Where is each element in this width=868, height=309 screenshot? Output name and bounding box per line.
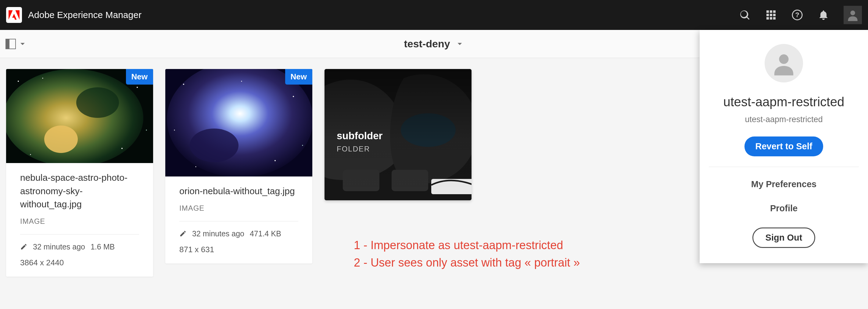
svg-point-21 bbox=[146, 130, 147, 131]
folder-type-label: FOLDER bbox=[337, 145, 382, 153]
asset-dimensions: 871 x 631 bbox=[179, 245, 298, 254]
adobe-logo-icon[interactable] bbox=[6, 7, 22, 23]
my-preferences-link[interactable]: My Preferences bbox=[751, 179, 816, 189]
annotation-overlay: 1 - Impersonate as utest-aapm-restricted… bbox=[354, 236, 580, 272]
svg-rect-0 bbox=[767, 10, 769, 13]
svg-point-28 bbox=[275, 160, 276, 161]
svg-rect-7 bbox=[770, 17, 772, 20]
new-badge: New bbox=[285, 69, 312, 85]
folder-card[interactable]: subfolder FOLDER bbox=[324, 69, 471, 200]
asset-card[interactable]: New orion-nebula-without_tag.jpg IMAGE 3… bbox=[165, 69, 312, 263]
svg-point-25 bbox=[190, 129, 239, 162]
svg-point-16 bbox=[76, 87, 119, 118]
pencil-icon bbox=[179, 230, 187, 237]
global-header: Adobe Experience Manager ? bbox=[0, 0, 868, 30]
popover-display-name: utest-aapm-restricted bbox=[723, 95, 844, 109]
asset-filename: nebula-space-astro-photo-astronomy-sky-w… bbox=[20, 171, 139, 211]
header-right: ? bbox=[739, 6, 862, 24]
asset-size: 1.6 MB bbox=[91, 243, 115, 251]
svg-point-38 bbox=[779, 54, 788, 64]
breadcrumb[interactable]: test-deny bbox=[404, 38, 464, 50]
svg-rect-5 bbox=[773, 14, 776, 16]
asset-card-body: orion-nebula-without_tag.jpg IMAGE 32 mi… bbox=[165, 176, 312, 263]
svg-point-30 bbox=[302, 145, 303, 146]
svg-point-15 bbox=[44, 125, 78, 153]
svg-point-22 bbox=[42, 78, 43, 79]
view-switcher[interactable] bbox=[5, 39, 27, 49]
svg-rect-2 bbox=[773, 10, 776, 13]
asset-dimensions: 3864 x 2440 bbox=[20, 258, 139, 268]
asset-type-label: IMAGE bbox=[179, 204, 298, 213]
apps-grid-icon[interactable] bbox=[765, 9, 777, 21]
asset-modified: 32 minutes ago bbox=[33, 243, 85, 251]
asset-meta-row: 32 minutes ago 1.6 MB bbox=[20, 243, 139, 251]
svg-point-17 bbox=[18, 81, 19, 82]
svg-point-19 bbox=[121, 148, 123, 149]
svg-rect-4 bbox=[770, 14, 772, 16]
asset-size: 471.4 KB bbox=[250, 229, 281, 238]
annotation-line: 1 - Impersonate as utest-aapm-restricted bbox=[354, 236, 580, 254]
asset-meta-row: 32 minutes ago 471.4 KB bbox=[179, 229, 298, 238]
svg-rect-6 bbox=[767, 17, 769, 20]
svg-point-31 bbox=[174, 130, 175, 131]
svg-point-27 bbox=[293, 96, 294, 97]
rail-left-icon bbox=[5, 39, 16, 49]
folder-name: subfolder bbox=[337, 130, 382, 142]
chevron-down-icon bbox=[18, 40, 27, 48]
asset-card[interactable]: New nebula-space-astro-photo-astronomy-s… bbox=[6, 69, 153, 277]
pencil-icon bbox=[20, 243, 27, 250]
popover-user-id: utest-aapm-restricted bbox=[745, 115, 823, 124]
svg-point-26 bbox=[183, 84, 184, 85]
popover-avatar-icon bbox=[765, 44, 803, 82]
svg-point-24 bbox=[167, 69, 312, 176]
divider bbox=[179, 221, 298, 221]
svg-rect-1 bbox=[770, 10, 772, 13]
svg-point-11 bbox=[850, 11, 855, 16]
svg-point-18 bbox=[136, 87, 138, 88]
user-avatar-button[interactable] bbox=[844, 6, 862, 24]
user-popover: utest-aapm-restricted utest-aapm-restric… bbox=[700, 30, 868, 263]
chevron-down-icon bbox=[456, 40, 464, 48]
sign-out-button[interactable]: Sign Out bbox=[752, 227, 815, 248]
header-left: Adobe Experience Manager bbox=[6, 7, 142, 23]
asset-thumbnail: New bbox=[6, 69, 153, 163]
svg-point-29 bbox=[195, 166, 196, 167]
help-icon[interactable]: ? bbox=[791, 9, 803, 21]
breadcrumb-current: test-deny bbox=[404, 38, 450, 50]
profile-link[interactable]: Profile bbox=[770, 203, 798, 214]
svg-text:?: ? bbox=[795, 11, 799, 19]
divider bbox=[20, 234, 139, 234]
svg-point-32 bbox=[241, 81, 242, 82]
svg-rect-3 bbox=[767, 14, 769, 16]
folder-label-group: subfolder FOLDER bbox=[337, 130, 382, 153]
annotation-line: 2 - User sees only asset with tag « port… bbox=[354, 254, 580, 272]
svg-rect-8 bbox=[773, 17, 776, 20]
asset-thumbnail: New bbox=[165, 69, 312, 176]
asset-type-label: IMAGE bbox=[20, 217, 139, 226]
revert-to-self-button[interactable]: Revert to Self bbox=[744, 137, 824, 156]
asset-card-body: nebula-space-astro-photo-astronomy-sky-w… bbox=[6, 163, 153, 277]
search-icon[interactable] bbox=[739, 9, 751, 21]
bell-icon[interactable] bbox=[817, 9, 830, 21]
new-badge: New bbox=[126, 69, 153, 85]
asset-filename: orion-nebula-without_tag.jpg bbox=[179, 185, 298, 198]
divider bbox=[709, 167, 859, 167]
svg-point-20 bbox=[30, 154, 31, 155]
app-title: Adobe Experience Manager bbox=[28, 10, 142, 20]
asset-modified: 32 minutes ago bbox=[192, 229, 244, 238]
